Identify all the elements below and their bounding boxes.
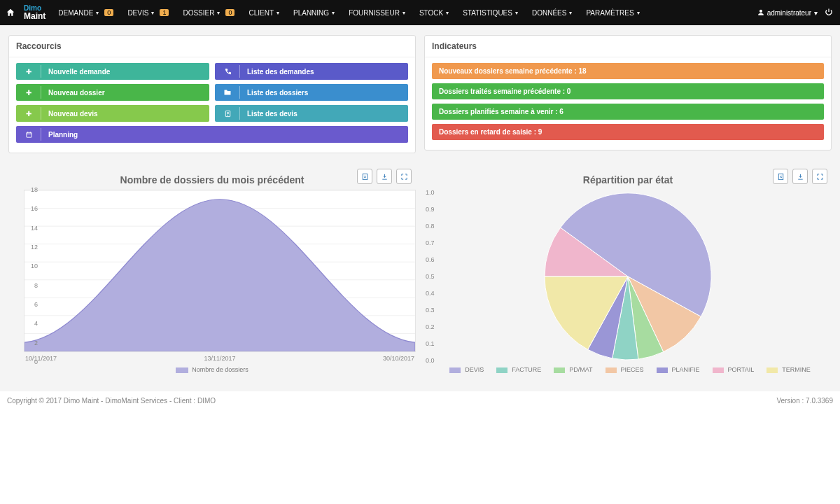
list-requests-button[interactable]: Liste des demandes bbox=[215, 63, 408, 80]
list-folders-label: Liste des dossiers bbox=[240, 84, 408, 101]
power-icon[interactable] bbox=[825, 8, 833, 18]
new-quote-button[interactable]: ✚ Nouveau devis bbox=[16, 105, 209, 122]
user-menu[interactable]: administrateur ▾ bbox=[757, 9, 818, 17]
nav-item-stock[interactable]: STOCK▾ bbox=[412, 0, 456, 25]
export-excel-button[interactable] bbox=[773, 169, 788, 184]
indicator-new-prev[interactable]: Nouveaux dossiers semaine précédente : 1… bbox=[432, 63, 824, 79]
footer-version: Version : 7.0.3369 bbox=[776, 397, 833, 405]
planning-button[interactable]: Planning bbox=[16, 126, 408, 143]
fullscreen-button[interactable] bbox=[396, 169, 412, 184]
footer: Copyright © 2017 Dimo Maint - DimoMaint … bbox=[0, 391, 840, 413]
nav-item-devis[interactable]: DEVIS▾1 bbox=[120, 0, 176, 25]
nav-item-statistiques[interactable]: STATISTIQUES▾ bbox=[456, 0, 525, 25]
planning-label: Planning bbox=[41, 126, 408, 143]
logo-text-bottom: Maint bbox=[24, 12, 46, 20]
pie-chart-title: Répartition par état bbox=[424, 174, 832, 186]
pie-chart: 0.00.10.20.30.40.50.60.70.80.91.0 bbox=[424, 190, 832, 363]
folder-icon bbox=[215, 84, 240, 101]
nav-item-dossier[interactable]: DOSSIER▾0 bbox=[176, 0, 241, 25]
download-button[interactable] bbox=[792, 169, 808, 184]
new-folder-label: Nouveau dossier bbox=[41, 84, 209, 101]
new-folder-button[interactable]: ✚ Nouveau dossier bbox=[16, 84, 209, 101]
shortcuts-title: Raccourcis bbox=[9, 36, 415, 57]
export-excel-button[interactable] bbox=[357, 169, 372, 184]
indicator-treated-prev[interactable]: Dossiers traités semaine précédente : 0 bbox=[432, 83, 824, 99]
user-label: administrateur bbox=[767, 9, 811, 17]
home-icon[interactable] bbox=[0, 0, 21, 25]
shortcuts-panel: Raccourcis ✚ Nouvelle demande bbox=[8, 35, 416, 153]
new-request-button[interactable]: ✚ Nouvelle demande bbox=[16, 63, 209, 80]
phone-icon bbox=[215, 63, 240, 80]
nav-item-paramètres[interactable]: PARAMÈTRES▾ bbox=[579, 0, 646, 25]
indicators-title: Indicateurs bbox=[425, 36, 831, 57]
area-chart-title: Nombre de dossiers du mois précédent bbox=[8, 174, 416, 186]
new-request-label: Nouvelle demande bbox=[41, 63, 209, 80]
indicator-late[interactable]: Dossiers en retard de saisie : 9 bbox=[432, 124, 824, 140]
user-icon bbox=[757, 9, 764, 16]
list-quotes-button[interactable]: Liste des devis bbox=[215, 105, 408, 122]
nav-item-fournisseur[interactable]: FOURNISSEUR▾ bbox=[342, 0, 412, 25]
nav-item-planning[interactable]: PLANNING▾ bbox=[286, 0, 342, 25]
plus-icon: ✚ bbox=[16, 105, 41, 122]
indicator-planned-next[interactable]: Dossiers planifiés semaine à venir : 6 bbox=[432, 104, 824, 120]
footer-copyright: Copyright © 2017 Dimo Maint - DimoMaint … bbox=[7, 397, 216, 405]
nav-item-données[interactable]: DONNÉES▾ bbox=[525, 0, 579, 25]
caret-down-icon: ▾ bbox=[814, 9, 818, 17]
brand-logo[interactable]: Dimo Maint bbox=[21, 0, 51, 25]
area-legend-label: Nombre de dossiers bbox=[192, 366, 248, 373]
area-chart bbox=[24, 190, 416, 352]
nav-item-demande[interactable]: DEMANDE▾0 bbox=[51, 0, 120, 25]
plus-icon: ✚ bbox=[16, 63, 41, 80]
plus-icon: ✚ bbox=[16, 84, 41, 101]
list-folders-button[interactable]: Liste des dossiers bbox=[215, 84, 408, 101]
area-chart-legend: Nombre de dossiers bbox=[8, 366, 416, 373]
indicators-panel: Indicateurs Nouveaux dossiers semaine pr… bbox=[424, 35, 832, 150]
calendar-icon bbox=[16, 126, 41, 143]
list-requests-label: Liste des demandes bbox=[240, 63, 408, 80]
pie-chart-legend: DEVISFACTUREPD/MATPIECESPLANIFIEPORTAILT… bbox=[424, 366, 832, 373]
nav-item-client[interactable]: CLIENT▾ bbox=[241, 0, 286, 25]
area-chart-panel: Nombre de dossiers du mois précédent 024… bbox=[8, 169, 416, 384]
pie-chart-panel: Répartition par état 0.00.10.20.30.40.50… bbox=[424, 169, 832, 384]
svg-rect-1 bbox=[26, 132, 31, 137]
top-navbar: Dimo Maint DEMANDE▾0DEVIS▾1DOSSIER▾0CLIE… bbox=[0, 0, 840, 25]
fullscreen-button[interactable] bbox=[812, 169, 827, 184]
list-quotes-label: Liste des devis bbox=[240, 105, 408, 122]
new-quote-label: Nouveau devis bbox=[41, 105, 209, 122]
document-icon bbox=[215, 105, 240, 122]
download-button[interactable] bbox=[377, 169, 392, 184]
